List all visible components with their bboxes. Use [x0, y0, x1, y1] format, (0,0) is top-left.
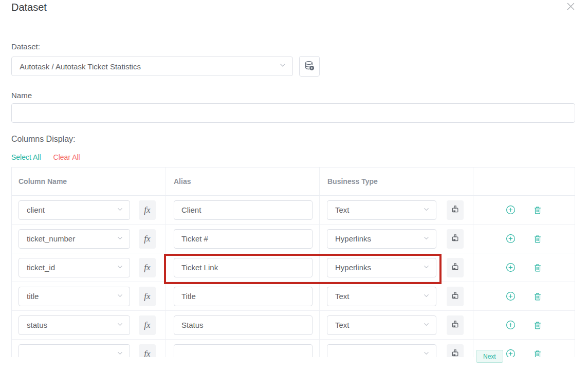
table-row: title fx Text	[12, 282, 575, 311]
plus-circle-icon[interactable]	[505, 205, 516, 215]
table-header-row: Column Name Alias Business Type	[12, 167, 575, 196]
brush-icon[interactable]	[447, 200, 464, 220]
business-type-select[interactable]: Hyperlinks	[327, 258, 436, 277]
chevron-down-icon	[117, 349, 123, 358]
columns-display-label: Columns Display:	[11, 135, 575, 144]
column-name-value: status	[27, 321, 117, 329]
dataset-row: Autotask / Autotask Ticket Statistics	[11, 56, 575, 77]
business-type-select[interactable]: Text	[327, 315, 436, 335]
fx-icon[interactable]: fx	[139, 229, 156, 249]
fx-icon[interactable]: fx	[139, 287, 156, 306]
select-all-link[interactable]: Select All	[11, 153, 41, 162]
business-type-select[interactable]: Text	[327, 200, 436, 220]
column-name-select[interactable]: status	[19, 315, 130, 335]
column-header-actions	[473, 167, 575, 195]
chevron-down-icon	[117, 321, 123, 330]
brush-icon[interactable]	[447, 315, 464, 335]
clear-all-link[interactable]: Clear All	[53, 153, 80, 162]
business-type-value: Text	[335, 206, 423, 214]
trash-icon[interactable]	[532, 263, 543, 273]
alias-input[interactable]	[174, 315, 313, 335]
alias-input[interactable]	[174, 287, 313, 306]
brush-icon[interactable]	[447, 287, 464, 306]
chevron-down-icon	[117, 234, 123, 244]
brush-icon[interactable]	[447, 258, 464, 277]
fx-icon[interactable]: fx	[139, 344, 156, 358]
table-row: ticket_number fx Hyperlinks	[12, 225, 575, 253]
alias-input[interactable]	[174, 258, 313, 277]
dataset-select-value: Autotask / Autotask Ticket Statistics	[20, 62, 279, 71]
alias-input[interactable]	[174, 344, 313, 358]
plus-circle-icon[interactable]	[505, 320, 516, 330]
trash-icon[interactable]	[532, 320, 543, 330]
close-icon[interactable]	[566, 2, 575, 11]
selection-links: Select All Clear All	[11, 153, 575, 162]
plus-circle-icon[interactable]	[505, 349, 516, 358]
column-name-select[interactable]: client	[19, 200, 130, 220]
dataset-select[interactable]: Autotask / Autotask Ticket Statistics	[11, 57, 293, 76]
trash-icon[interactable]	[532, 205, 543, 215]
brush-icon[interactable]	[447, 344, 464, 358]
business-type-value: Text	[335, 321, 423, 329]
plus-circle-icon[interactable]	[505, 263, 516, 273]
trash-icon[interactable]	[532, 234, 543, 244]
fx-icon[interactable]: fx	[139, 200, 156, 220]
business-type-value: Hyperlinks	[335, 234, 423, 243]
table-row: status fx Text	[12, 311, 575, 340]
chevron-down-icon	[279, 62, 286, 71]
chevron-down-icon	[423, 349, 430, 358]
plus-circle-icon[interactable]	[505, 291, 516, 302]
business-type-select[interactable]: Text	[327, 287, 436, 306]
fx-icon[interactable]: fx	[139, 315, 156, 335]
plus-circle-icon[interactable]	[505, 234, 516, 244]
column-header-column-name: Column Name	[12, 167, 166, 195]
column-header-business-type: Business Type	[320, 167, 473, 195]
chevron-down-icon	[423, 321, 430, 330]
business-type-select[interactable]: Hyperlinks	[327, 229, 436, 249]
name-label: Name	[11, 91, 575, 100]
chevron-down-icon	[423, 234, 430, 244]
column-header-alias: Alias	[166, 167, 320, 195]
fx-icon[interactable]: fx	[139, 258, 156, 277]
trash-icon[interactable]	[532, 291, 543, 302]
alias-input[interactable]	[174, 200, 313, 220]
page-title: Dataset	[11, 0, 575, 14]
column-name-value: client	[27, 206, 117, 214]
trash-icon[interactable]	[532, 349, 543, 358]
table-row-highlighted: ticket_id fx Hyperlinks	[12, 253, 575, 282]
next-button[interactable]: Next	[476, 350, 503, 363]
alias-input[interactable]	[174, 229, 313, 249]
brush-icon[interactable]	[447, 229, 464, 249]
add-dataset-button[interactable]	[299, 56, 320, 77]
column-name-select[interactable]: ticket_number	[19, 229, 130, 249]
name-input[interactable]	[11, 103, 575, 123]
column-name-select[interactable]: ticket_id	[19, 258, 130, 277]
column-name-value: ticket_id	[27, 263, 117, 272]
column-name-value: title	[27, 292, 117, 301]
chevron-down-icon	[423, 206, 430, 215]
chevron-down-icon	[117, 292, 123, 301]
chevron-down-icon	[117, 206, 123, 215]
business-type-value: Text	[335, 292, 423, 301]
column-name-select[interactable]: title	[19, 287, 130, 306]
business-type-select[interactable]	[327, 344, 436, 358]
column-name-select[interactable]	[19, 344, 130, 358]
table-row: client fx Text	[12, 196, 575, 225]
dataset-modal: Dataset Dataset: Autotask / Autotask Tic…	[0, 0, 588, 373]
database-add-icon	[304, 60, 315, 73]
chevron-down-icon	[423, 263, 430, 272]
chevron-down-icon	[117, 263, 123, 272]
column-name-value: ticket_number	[27, 234, 117, 243]
business-type-value: Hyperlinks	[335, 263, 423, 272]
columns-table: Column Name Alias Business Type client f…	[11, 167, 575, 357]
dataset-label: Dataset:	[11, 42, 575, 51]
chevron-down-icon	[423, 292, 430, 301]
